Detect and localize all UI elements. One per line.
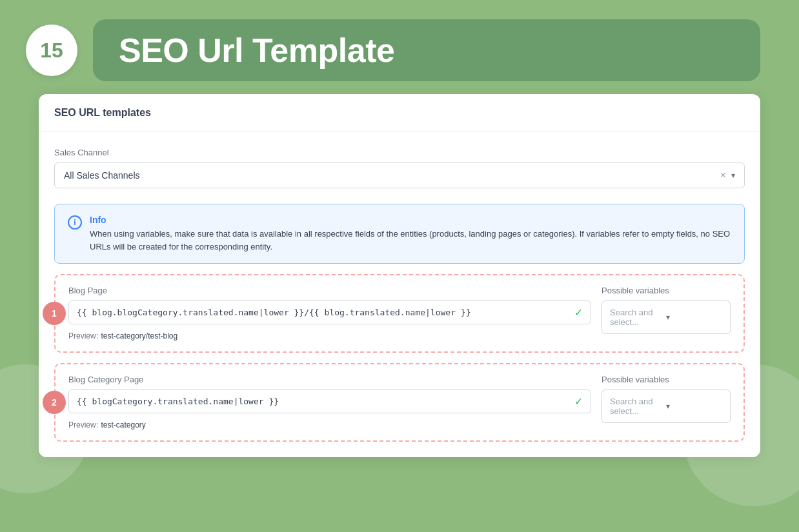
row-1-right: Possible variables Search and select... …: [602, 286, 731, 334]
row-1-preview-value: test-category/test-blog: [101, 331, 177, 340]
page-title: SEO Url Template: [119, 31, 734, 70]
info-content: Info When using variables, make sure tha…: [90, 215, 731, 253]
card-title: SEO URL templates: [54, 107, 745, 119]
sales-channel-section: Sales Channel All Sales Channels × ▾: [54, 148, 745, 188]
row-1-badge: 1: [43, 302, 66, 325]
row-2-input-wrapper: ✓: [68, 389, 591, 413]
row-2-variables-select[interactable]: Search and select... ▾: [602, 389, 731, 423]
row-2-preview-label: Preview:: [68, 420, 98, 429]
sales-channel-value: All Sales Channels: [64, 170, 720, 181]
chevron-down-icon: ▾: [731, 171, 735, 180]
row-2-left: Blog Category Page ✓ Preview: test-categ…: [68, 375, 591, 430]
card-header: SEO URL templates: [39, 94, 760, 132]
row-1-page-label: Blog Page: [68, 286, 591, 295]
row-2-check-icon: ✓: [567, 395, 591, 408]
card-body: Sales Channel All Sales Channels × ▾ i I…: [39, 132, 760, 457]
row-2-page-label: Blog Category Page: [68, 375, 591, 384]
row-1-check-icon: ✓: [567, 306, 591, 319]
row-1-columns: Blog Page ✓ Preview: test-category/test-…: [68, 286, 731, 341]
info-icon: i: [68, 215, 82, 230]
row-1-preview-label: Preview:: [68, 331, 98, 340]
row-2-right: Possible variables Search and select... …: [602, 375, 731, 423]
row-2-columns: Blog Category Page ✓ Preview: test-categ…: [68, 375, 731, 430]
sales-channel-select[interactable]: All Sales Channels × ▾: [54, 163, 745, 188]
main-card: SEO URL templates Sales Channel All Sale…: [39, 94, 760, 457]
row-1-variables-select[interactable]: Search and select... ▾: [602, 300, 731, 334]
row-2-input[interactable]: [69, 390, 567, 413]
info-title: Info: [90, 215, 731, 225]
sales-channel-label: Sales Channel: [54, 148, 745, 157]
row-2-preview: Preview: test-category: [68, 419, 591, 430]
row-1-search-placeholder: Search and select...: [610, 308, 666, 327]
page-header: 15 SEO Url Template: [0, 0, 799, 94]
row-2-variables-label: Possible variables: [602, 375, 731, 384]
row-1-input-wrapper: ✓: [68, 300, 591, 324]
row-2-search-placeholder: Search and select...: [610, 397, 666, 416]
clear-icon[interactable]: ×: [720, 170, 726, 181]
template-row-1: 1 Blog Page ✓ Preview: test-category/tes…: [54, 274, 745, 353]
title-pill: SEO Url Template: [93, 19, 760, 81]
select-icons: × ▾: [720, 170, 735, 181]
info-box: i Info When using variables, make sure t…: [54, 204, 745, 264]
row-1-input[interactable]: [69, 301, 567, 324]
row-2-chevron-icon: ▾: [666, 402, 722, 411]
row-1-left: Blog Page ✓ Preview: test-category/test-…: [68, 286, 591, 341]
row-2-preview-value: test-category: [101, 420, 145, 429]
row-1-preview: Preview: test-category/test-blog: [68, 330, 591, 341]
row-1-chevron-icon: ▾: [666, 313, 722, 322]
step-number-badge: 15: [26, 25, 77, 76]
row-2-badge: 2: [43, 391, 66, 414]
row-1-variables-label: Possible variables: [602, 286, 731, 295]
template-row-2: 2 Blog Category Page ✓ Preview: test-cat…: [54, 363, 745, 442]
info-text: When using variables, make sure that dat…: [90, 228, 731, 253]
